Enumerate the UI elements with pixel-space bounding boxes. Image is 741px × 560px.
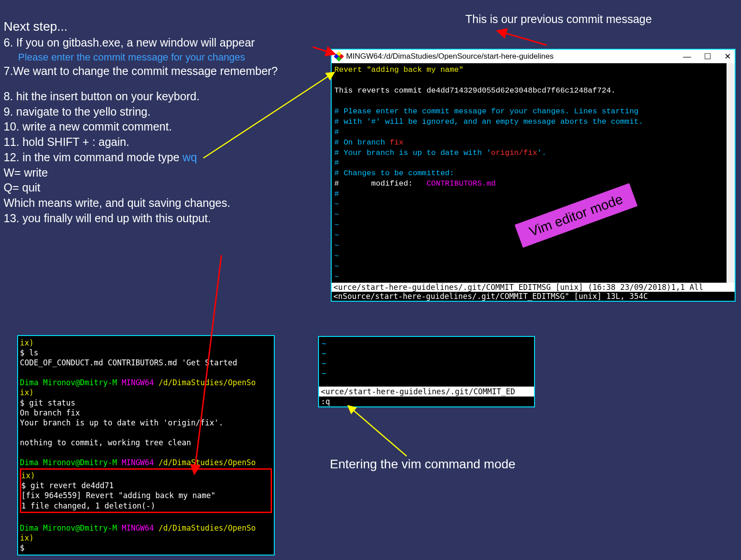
- instructions-title: Next step...: [4, 18, 278, 35]
- term-ix-4: ix): [20, 533, 272, 543]
- instruction-explain: Which means write, and quit saving chang…: [4, 196, 278, 211]
- term-prompt-host: MINGW64: [122, 378, 159, 387]
- maximize-button[interactable]: ☐: [704, 52, 711, 61]
- gitbash-icon: [334, 51, 344, 62]
- vim-uptodate-branch: origin/fix: [491, 149, 537, 157]
- term-up-to-date: Your branch is up to date with 'origin/f…: [20, 418, 272, 428]
- annotation-vim-command-mode: Entering the vim command mode: [330, 457, 516, 471]
- vim-titlebar: MINGW64:/d/DimaStudies/OpenSource/start-…: [332, 50, 735, 63]
- term-revert-out2: 1 file changed, 1 deletion(-): [21, 501, 271, 511]
- vim-on-branch-name: fix: [389, 138, 403, 147]
- vim-tilde: ~: [334, 252, 732, 262]
- term-prompt-path: /d/DimaStudies/OpenSo: [159, 458, 256, 467]
- vim-tilde: ~: [334, 272, 732, 283]
- vim-on-branch: # On branch fix: [334, 138, 732, 148]
- vim-cmd-tilde: ~: [322, 339, 531, 349]
- term-prompt-host: MINGW64: [122, 458, 159, 467]
- vim-cmdline: <nSource/start-here-guidelines/.git/COMM…: [332, 292, 735, 301]
- vim-uptodate-pre: # Your branch is up to date with ': [334, 149, 491, 157]
- arrow-previous-commit: [497, 31, 547, 45]
- term-git-status: $ git status: [20, 398, 272, 408]
- vim-editor-body[interactable]: Revert "adding back my name" This revert…: [332, 63, 735, 283]
- terminal-output-window: ix) $ ls CODE_OF_CONDUCT.md CONTRIBUTORS…: [17, 335, 275, 555]
- term-prompt-user: Dima Mironov@Dmitry-M: [20, 458, 122, 467]
- vim-command-mode-window: ~ ~ ~ ~ <urce/start-here-guidelines/.git…: [318, 336, 535, 407]
- instruction-step-13: 13. you finally will end up with this ou…: [4, 211, 278, 226]
- term-revert-out1: [fix 964e559] Revert "adding back my nam…: [21, 490, 271, 500]
- term-prompt-user: Dima Mironov@Dmitry-M: [20, 378, 122, 387]
- vim-comment-hash-2: #: [334, 158, 732, 168]
- instruction-step-9: 9. navigate to the yello string.: [4, 104, 278, 120]
- vim-up-to-date: # Your branch is up to date with 'origin…: [334, 148, 732, 159]
- term-prompt-1: Dima Mironov@Dmitry-M MINGW64 /d/DimaStu…: [20, 378, 272, 387]
- term-prompt-2: Dima Mironov@Dmitry-M MINGW64 /d/DimaStu…: [20, 457, 272, 467]
- term-ix: ix): [20, 338, 272, 348]
- instructions-block: Next step... 6. If you on gitbash.exe, a…: [4, 18, 278, 226]
- vim-modified: # modified: CONTRIBUTORS.md: [334, 179, 732, 189]
- term-ls: $ ls: [20, 348, 272, 358]
- instruction-step-12-text: 12. in the vim command mode type: [4, 151, 183, 163]
- vim-editor-window: MINGW64:/d/DimaStudies/OpenSource/start-…: [331, 49, 736, 302]
- vim-cmd-tilde: ~: [322, 359, 531, 369]
- arrow-command-mode: [348, 406, 407, 456]
- vim-window-title: MINGW64:/d/DimaStudies/OpenSource/start-…: [346, 52, 553, 61]
- vim-cmd-body[interactable]: ~ ~ ~ ~: [319, 337, 534, 387]
- term-revert-cmd: $ git revert de4dd71: [21, 481, 271, 490]
- instruction-step-10: 10. write a new commit comment.: [4, 119, 278, 135]
- term-prompt-path: /d/DimaStudies/OpenSo: [159, 523, 256, 532]
- term-ix-3: ix): [21, 471, 271, 481]
- term-prompt-path: /d/DimaStudies/OpenSo: [159, 378, 256, 387]
- minimize-button[interactable]: —: [683, 52, 691, 61]
- vim-tilde: ~: [334, 200, 732, 210]
- window-controls: — ☐ ✕: [672, 51, 731, 61]
- annotation-previous-commit: This is our previous commit message: [465, 13, 652, 26]
- instruction-q: Q= quit: [4, 180, 278, 196]
- term-dollar: $: [20, 543, 272, 553]
- term-on-branch: On branch fix: [20, 408, 272, 418]
- vim-uptodate-post: '.: [537, 149, 546, 157]
- instruction-step-6-sub: Please enter the commit message for your…: [4, 51, 278, 64]
- vim-changes: # Changes to be committed:: [334, 168, 732, 179]
- term-prompt-host: MINGW64: [122, 523, 159, 532]
- term-prompt-3: Dima Mironov@Dmitry-M MINGW64 /d/DimaStu…: [20, 523, 272, 533]
- close-button[interactable]: ✕: [724, 52, 731, 61]
- vim-modified-file: CONTRIBUTORS.md: [427, 179, 496, 188]
- vim-comment-1: # Please enter the commit message for yo…: [334, 107, 732, 117]
- instruction-step-6: 6. If you on gitbash.exe, a new window w…: [4, 35, 278, 51]
- instruction-step-12-cmd: wq: [183, 151, 197, 163]
- term-prompt-user: Dima Mironov@Dmitry-M: [20, 523, 122, 532]
- instruction-step-11: 11. hold SHIFT + : again.: [4, 135, 278, 150]
- vim-revert-line: Revert "adding back my name": [334, 65, 732, 75]
- vim-reverts-commit: This reverts commit de4dd714329d055d62e3…: [334, 86, 732, 96]
- vim-cmd-tilde: ~: [322, 349, 531, 359]
- vim-cmd-tilde: ~: [322, 369, 531, 378]
- vim-cmd-cmdline[interactable]: :q: [319, 397, 534, 406]
- vim-tilde: ~: [334, 262, 732, 272]
- term-ls-output: CODE_OF_CONDUCT.md CONTRIBUTORS.md 'Get …: [20, 358, 272, 368]
- vim-modified-prefix: # modified:: [334, 179, 427, 188]
- vim-comment-hash-3: #: [334, 189, 732, 200]
- vim-statusbar: <urce/start-here-guidelines/.git/COMMIT_…: [332, 283, 735, 292]
- term-revert-highlight-box: ix) $ git revert de4dd71 [fix 964e559] R…: [20, 468, 272, 513]
- vim-comment-hash-1: #: [334, 127, 732, 138]
- instruction-step-12: 12. in the vim command mode type wq: [4, 150, 278, 165]
- vim-comment-2: # with '#' will be ignored, and an empty…: [334, 117, 732, 127]
- vim-scrollbar[interactable]: [727, 63, 735, 283]
- instruction-step-8: 8. hit the insert button on your keybord…: [4, 89, 278, 104]
- instruction-step-7: 7.We want to change the commit message r…: [4, 64, 278, 79]
- vim-cmd-statusbar: <urce/start-here-guidelines/.git/COMMIT_…: [319, 387, 534, 397]
- vim-on-branch-prefix: # On branch: [334, 138, 389, 147]
- term-ix-2: ix): [20, 387, 272, 397]
- instruction-w: W= write: [4, 165, 278, 181]
- term-nothing: nothing to commit, working tree clean: [20, 438, 272, 448]
